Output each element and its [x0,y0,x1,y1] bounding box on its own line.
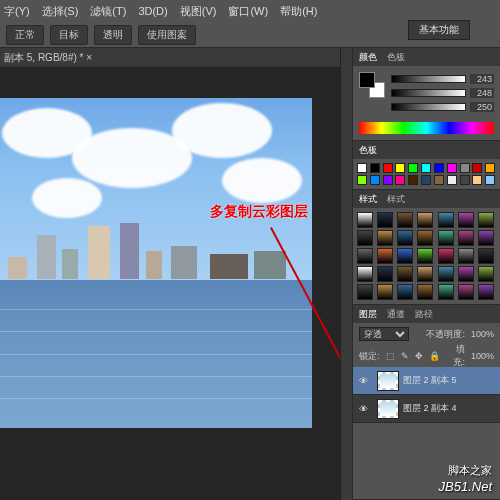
menu-item[interactable]: 选择(S) [42,4,79,19]
swatch[interactable] [472,175,482,185]
style-preset[interactable] [377,266,393,282]
menu-item[interactable]: 帮助(H) [280,4,317,19]
spectrum-picker[interactable] [359,122,494,134]
style-preset[interactable] [458,266,474,282]
style-preset[interactable] [458,212,474,228]
styles-grid[interactable] [353,208,500,304]
style-preset[interactable] [478,248,494,264]
swatch[interactable] [485,175,495,185]
visibility-toggle[interactable]: 👁 [353,376,373,386]
style-preset[interactable] [397,248,413,264]
swatch[interactable] [421,175,431,185]
style-preset[interactable] [438,230,454,246]
swatch[interactable] [460,163,470,173]
style-preset[interactable] [478,230,494,246]
fg-bg-color[interactable] [359,72,385,98]
style-preset[interactable] [438,284,454,300]
tab-swatches[interactable]: 色板 [359,144,377,157]
option-chip[interactable]: 使用图案 [138,25,196,45]
swatch[interactable] [485,163,495,173]
swatches-grid[interactable] [353,159,500,189]
swatch[interactable] [357,175,367,185]
menu-item[interactable]: 视图(V) [180,4,217,19]
swatch[interactable] [460,175,470,185]
style-preset[interactable] [357,284,373,300]
style-preset[interactable] [438,248,454,264]
style-preset[interactable] [478,284,494,300]
layer-row[interactable]: 👁 图层 2 副本 4 [353,395,500,423]
visibility-toggle[interactable]: 👁 [353,404,373,414]
menu-item[interactable]: 窗口(W) [228,4,268,19]
document-tab[interactable]: 副本 5, RGB/8#) * × [4,51,92,65]
menu-item[interactable]: 3D(D) [138,5,167,17]
style-preset[interactable] [397,284,413,300]
lock-icon[interactable]: ✥ [415,351,423,361]
style-preset[interactable] [377,230,393,246]
style-preset[interactable] [357,212,373,228]
swatch[interactable] [447,163,457,173]
style-preset[interactable] [417,212,433,228]
style-preset[interactable] [377,212,393,228]
style-preset[interactable] [397,230,413,246]
tab-channels[interactable]: 通道 [387,308,405,321]
style-preset[interactable] [377,284,393,300]
style-preset[interactable] [357,230,373,246]
color-slider-b[interactable] [391,103,466,111]
color-slider-g[interactable] [391,89,466,97]
option-chip[interactable]: 正常 [6,25,44,45]
tab-paths[interactable]: 路径 [415,308,433,321]
style-preset[interactable] [458,284,474,300]
style-preset[interactable] [417,230,433,246]
swatch[interactable] [357,163,367,173]
panel-collapse-strip[interactable] [340,48,352,500]
swatch[interactable] [408,163,418,173]
blend-mode-select[interactable]: 穿透 [359,327,409,341]
style-preset[interactable] [397,266,413,282]
swatch[interactable] [383,175,393,185]
tab-styles-2[interactable]: 样式 [387,193,405,206]
swatch[interactable] [408,175,418,185]
option-chip[interactable]: 目标 [50,25,88,45]
fill-value[interactable]: 100% [471,351,494,361]
swatch[interactable] [434,163,444,173]
opacity-value[interactable]: 100% [471,329,494,339]
style-preset[interactable] [458,230,474,246]
style-preset[interactable] [417,266,433,282]
canvas-area[interactable]: 多复制云彩图层 [0,68,352,500]
style-preset[interactable] [417,248,433,264]
style-preset[interactable] [458,248,474,264]
option-chip[interactable]: 透明 [94,25,132,45]
swatch[interactable] [447,175,457,185]
style-preset[interactable] [478,266,494,282]
swatch[interactable] [383,163,393,173]
menu-item[interactable]: 字(Y) [4,4,30,19]
style-preset[interactable] [377,248,393,264]
layer-name[interactable]: 图层 2 副本 5 [403,374,457,387]
lock-icon[interactable]: ✎ [401,351,409,361]
swatch[interactable] [421,163,431,173]
layer-thumbnail[interactable] [377,399,399,419]
style-preset[interactable] [438,212,454,228]
layer-name[interactable]: 图层 2 副本 4 [403,402,457,415]
workspace-switcher[interactable]: 基本功能 [408,20,470,40]
swatch[interactable] [472,163,482,173]
lock-icon[interactable]: ⬚ [386,351,395,361]
lock-icon[interactable]: 🔒 [429,351,440,361]
swatch[interactable] [370,163,380,173]
tab-color[interactable]: 颜色 [359,51,377,64]
swatch[interactable] [395,175,405,185]
color-slider-r[interactable] [391,75,466,83]
tab-swatches[interactable]: 色板 [387,51,405,64]
fg-color-swatch[interactable] [359,72,375,88]
style-preset[interactable] [397,212,413,228]
style-preset[interactable] [357,266,373,282]
style-preset[interactable] [357,248,373,264]
swatch[interactable] [395,163,405,173]
style-preset[interactable] [438,266,454,282]
swatch[interactable] [434,175,444,185]
color-value[interactable]: 250 [470,102,494,112]
tab-styles[interactable]: 样式 [359,193,377,206]
color-value[interactable]: 248 [470,88,494,98]
menu-item[interactable]: 滤镜(T) [90,4,126,19]
tab-layers[interactable]: 图层 [359,308,377,321]
